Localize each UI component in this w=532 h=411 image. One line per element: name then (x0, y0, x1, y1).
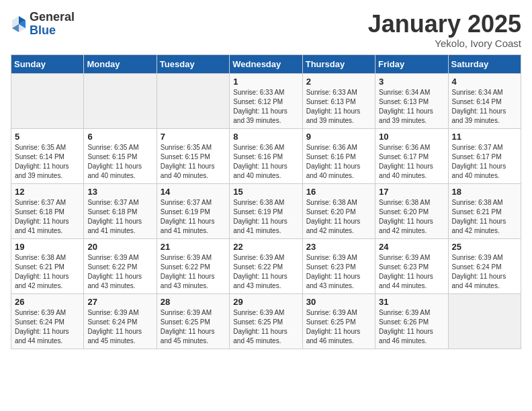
logo-icon (11, 15, 27, 34)
calendar-cell: 14Sunrise: 6:37 AM Sunset: 6:19 PM Dayli… (157, 183, 229, 238)
day-number: 4 (452, 77, 517, 87)
calendar-cell: 31Sunrise: 6:39 AM Sunset: 6:26 PM Dayli… (375, 293, 448, 349)
day-number: 3 (379, 77, 444, 87)
logo-general: General (30, 10, 75, 24)
weekday-header: Friday (375, 54, 448, 73)
day-number: 29 (233, 297, 298, 307)
day-number: 23 (306, 242, 371, 252)
day-info: Sunrise: 6:39 AM Sunset: 6:25 PM Dayligh… (233, 308, 298, 346)
calendar-cell: 12Sunrise: 6:37 AM Sunset: 6:18 PM Dayli… (11, 183, 84, 238)
day-number: 2 (306, 77, 371, 87)
day-number: 28 (161, 297, 226, 307)
day-info: Sunrise: 6:37 AM Sunset: 6:18 PM Dayligh… (87, 198, 152, 236)
day-number: 13 (87, 187, 152, 197)
calendar-cell: 21Sunrise: 6:39 AM Sunset: 6:22 PM Dayli… (157, 238, 229, 293)
weekday-header: Wednesday (230, 54, 302, 73)
calendar-cell: 3Sunrise: 6:34 AM Sunset: 6:13 PM Daylig… (375, 73, 448, 128)
logo-blue: Blue (30, 24, 56, 37)
calendar-cell: 27Sunrise: 6:39 AM Sunset: 6:24 PM Dayli… (84, 293, 157, 349)
day-number: 6 (87, 132, 152, 142)
calendar-cell: 9Sunrise: 6:36 AM Sunset: 6:16 PM Daylig… (302, 128, 375, 183)
day-info: Sunrise: 6:35 AM Sunset: 6:15 PM Dayligh… (87, 143, 152, 181)
weekday-header: Saturday (448, 54, 521, 73)
day-number: 7 (161, 132, 226, 142)
calendar-week-row: 26Sunrise: 6:39 AM Sunset: 6:24 PM Dayli… (11, 293, 521, 349)
calendar-cell (84, 73, 157, 128)
day-number: 26 (15, 297, 80, 307)
day-info: Sunrise: 6:37 AM Sunset: 6:18 PM Dayligh… (15, 198, 80, 236)
day-info: Sunrise: 6:38 AM Sunset: 6:21 PM Dayligh… (452, 198, 517, 236)
page-header: General Blue January 2025 Yekolo, Ivory … (11, 11, 521, 49)
day-number: 31 (379, 297, 444, 307)
calendar-cell: 30Sunrise: 6:39 AM Sunset: 6:25 PM Dayli… (302, 293, 375, 349)
weekday-header: Sunday (11, 54, 84, 73)
day-number: 25 (452, 242, 517, 252)
calendar-week-row: 19Sunrise: 6:38 AM Sunset: 6:21 PM Dayli… (11, 238, 521, 293)
calendar-week-row: 5Sunrise: 6:35 AM Sunset: 6:14 PM Daylig… (11, 128, 521, 183)
weekday-header: Thursday (302, 54, 375, 73)
day-info: Sunrise: 6:35 AM Sunset: 6:14 PM Dayligh… (15, 143, 80, 181)
day-info: Sunrise: 6:36 AM Sunset: 6:17 PM Dayligh… (379, 143, 444, 181)
day-number: 17 (379, 187, 444, 197)
day-info: Sunrise: 6:34 AM Sunset: 6:14 PM Dayligh… (452, 88, 517, 126)
calendar-cell: 26Sunrise: 6:39 AM Sunset: 6:24 PM Dayli… (11, 293, 84, 349)
calendar-cell: 15Sunrise: 6:38 AM Sunset: 6:19 PM Dayli… (230, 183, 302, 238)
logo-text: General Blue (30, 11, 75, 38)
calendar-cell: 18Sunrise: 6:38 AM Sunset: 6:21 PM Dayli… (448, 183, 521, 238)
calendar-cell: 23Sunrise: 6:39 AM Sunset: 6:23 PM Dayli… (302, 238, 375, 293)
calendar-cell: 2Sunrise: 6:33 AM Sunset: 6:13 PM Daylig… (302, 73, 375, 128)
day-info: Sunrise: 6:38 AM Sunset: 6:20 PM Dayligh… (306, 198, 371, 236)
day-number: 14 (161, 187, 226, 197)
day-number: 27 (87, 297, 152, 307)
day-info: Sunrise: 6:39 AM Sunset: 6:22 PM Dayligh… (161, 253, 226, 291)
day-info: Sunrise: 6:33 AM Sunset: 6:13 PM Dayligh… (306, 88, 371, 126)
calendar-cell: 8Sunrise: 6:36 AM Sunset: 6:16 PM Daylig… (230, 128, 302, 183)
calendar-week-row: 12Sunrise: 6:37 AM Sunset: 6:18 PM Dayli… (11, 183, 521, 238)
calendar-week-row: 1Sunrise: 6:33 AM Sunset: 6:12 PM Daylig… (11, 73, 521, 128)
day-number: 21 (161, 242, 226, 252)
calendar-cell: 29Sunrise: 6:39 AM Sunset: 6:25 PM Dayli… (230, 293, 302, 349)
day-number: 18 (452, 187, 517, 197)
day-info: Sunrise: 6:36 AM Sunset: 6:16 PM Dayligh… (306, 143, 371, 181)
calendar-cell: 5Sunrise: 6:35 AM Sunset: 6:14 PM Daylig… (11, 128, 84, 183)
day-info: Sunrise: 6:34 AM Sunset: 6:13 PM Dayligh… (379, 88, 444, 126)
calendar-cell: 25Sunrise: 6:39 AM Sunset: 6:24 PM Dayli… (448, 238, 521, 293)
day-info: Sunrise: 6:39 AM Sunset: 6:23 PM Dayligh… (379, 253, 444, 291)
day-info: Sunrise: 6:36 AM Sunset: 6:16 PM Dayligh… (233, 143, 298, 181)
calendar-cell (11, 73, 84, 128)
day-info: Sunrise: 6:33 AM Sunset: 6:12 PM Dayligh… (233, 88, 298, 126)
day-info: Sunrise: 6:38 AM Sunset: 6:21 PM Dayligh… (15, 253, 80, 291)
calendar-cell: 7Sunrise: 6:35 AM Sunset: 6:15 PM Daylig… (157, 128, 229, 183)
day-number: 19 (15, 242, 80, 252)
month-title: January 2025 (368, 11, 521, 38)
day-number: 10 (379, 132, 444, 142)
calendar-cell: 10Sunrise: 6:36 AM Sunset: 6:17 PM Dayli… (375, 128, 448, 183)
day-info: Sunrise: 6:35 AM Sunset: 6:15 PM Dayligh… (161, 143, 226, 181)
calendar-cell: 13Sunrise: 6:37 AM Sunset: 6:18 PM Dayli… (84, 183, 157, 238)
calendar-cell: 16Sunrise: 6:38 AM Sunset: 6:20 PM Dayli… (302, 183, 375, 238)
calendar-cell: 19Sunrise: 6:38 AM Sunset: 6:21 PM Dayli… (11, 238, 84, 293)
calendar-cell: 28Sunrise: 6:39 AM Sunset: 6:25 PM Dayli… (157, 293, 229, 349)
day-info: Sunrise: 6:39 AM Sunset: 6:23 PM Dayligh… (306, 253, 371, 291)
day-number: 9 (306, 132, 371, 142)
calendar-cell: 4Sunrise: 6:34 AM Sunset: 6:14 PM Daylig… (448, 73, 521, 128)
day-info: Sunrise: 6:39 AM Sunset: 6:24 PM Dayligh… (452, 253, 517, 291)
day-number: 11 (452, 132, 517, 142)
calendar-cell: 11Sunrise: 6:37 AM Sunset: 6:17 PM Dayli… (448, 128, 521, 183)
logo: General Blue (11, 11, 75, 38)
day-info: Sunrise: 6:39 AM Sunset: 6:22 PM Dayligh… (87, 253, 152, 291)
day-info: Sunrise: 6:39 AM Sunset: 6:24 PM Dayligh… (87, 308, 152, 346)
day-info: Sunrise: 6:39 AM Sunset: 6:25 PM Dayligh… (161, 308, 226, 346)
weekday-header-row: SundayMondayTuesdayWednesdayThursdayFrid… (11, 54, 521, 73)
day-number: 15 (233, 187, 298, 197)
calendar: SundayMondayTuesdayWednesdayThursdayFrid… (11, 54, 521, 349)
day-info: Sunrise: 6:39 AM Sunset: 6:26 PM Dayligh… (379, 308, 444, 346)
day-info: Sunrise: 6:37 AM Sunset: 6:17 PM Dayligh… (452, 143, 517, 181)
day-info: Sunrise: 6:39 AM Sunset: 6:22 PM Dayligh… (233, 253, 298, 291)
calendar-cell: 24Sunrise: 6:39 AM Sunset: 6:23 PM Dayli… (375, 238, 448, 293)
location: Yekolo, Ivory Coast (368, 38, 521, 49)
day-number: 30 (306, 297, 371, 307)
day-info: Sunrise: 6:38 AM Sunset: 6:19 PM Dayligh… (233, 198, 298, 236)
calendar-cell: 1Sunrise: 6:33 AM Sunset: 6:12 PM Daylig… (230, 73, 302, 128)
day-info: Sunrise: 6:39 AM Sunset: 6:24 PM Dayligh… (15, 308, 80, 346)
